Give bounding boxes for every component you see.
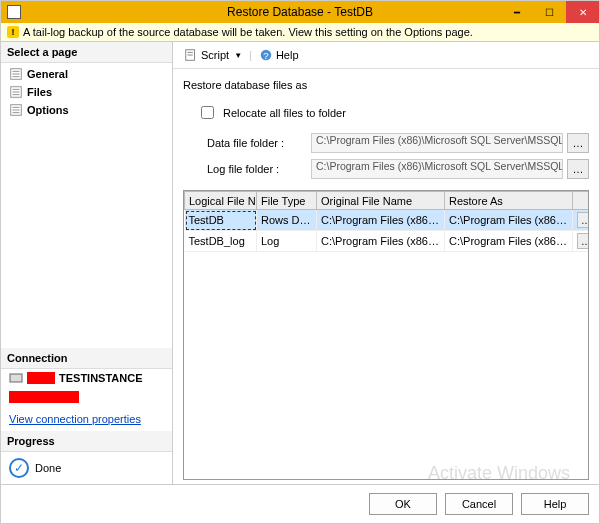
page-icon bbox=[9, 67, 23, 81]
col-type[interactable]: File Type bbox=[257, 192, 317, 210]
help-button[interactable]: ? Help bbox=[254, 45, 304, 65]
log-folder-input[interactable]: C:\Program Files (x86)\Microsoft SQL Ser… bbox=[311, 159, 563, 179]
svg-rect-12 bbox=[10, 374, 22, 382]
data-folder-input[interactable]: C:\Program Files (x86)\Microsoft SQL Ser… bbox=[311, 133, 563, 153]
row-browse-button[interactable]: … bbox=[577, 233, 589, 249]
dialog-footer: OK Cancel Help bbox=[1, 484, 599, 523]
data-folder-browse-button[interactable]: … bbox=[567, 133, 589, 153]
content-area: Select a page General Files Options bbox=[1, 42, 599, 484]
data-folder-label: Data file folder : bbox=[207, 137, 307, 149]
grid-header-row: Logical File Name File Type Original Fil… bbox=[185, 192, 590, 210]
cell-original[interactable]: C:\Program Files (x86)\Micros... bbox=[317, 231, 445, 252]
warning-icon: ! bbox=[7, 26, 19, 38]
view-connection-properties[interactable]: View connection properties bbox=[1, 407, 172, 431]
script-label: Script bbox=[201, 49, 229, 61]
col-original[interactable]: Original File Name bbox=[317, 192, 445, 210]
relocate-checkbox[interactable] bbox=[201, 106, 214, 119]
data-folder-row: Data file folder : C:\Program Files (x86… bbox=[207, 133, 589, 153]
select-page-header: Select a page bbox=[1, 42, 172, 63]
cell-restore[interactable]: C:\Program Files (x86)\Micros... bbox=[445, 210, 573, 231]
page-icon bbox=[9, 85, 23, 99]
cell-logical[interactable]: TestDB bbox=[185, 210, 257, 231]
restore-files-title: Restore database files as bbox=[183, 79, 589, 91]
grid-row[interactable]: TestDB_log Log C:\Program Files (x86)\Mi… bbox=[185, 231, 590, 252]
redacted-user bbox=[9, 391, 79, 403]
nav-general[interactable]: General bbox=[1, 65, 172, 83]
log-folder-row: Log file folder : C:\Program Files (x86)… bbox=[207, 159, 589, 179]
nav-label: Files bbox=[27, 86, 52, 98]
cell-type[interactable]: Rows Data bbox=[257, 210, 317, 231]
files-grid[interactable]: Logical File Name File Type Original Fil… bbox=[184, 191, 589, 252]
script-icon bbox=[184, 48, 198, 62]
server-icon bbox=[9, 371, 23, 385]
warning-bar: ! A tail-log backup of the source databa… bbox=[1, 23, 599, 42]
files-grid-wrapper: Logical File Name File Type Original Fil… bbox=[183, 190, 589, 480]
grid-row[interactable]: TestDB Rows Data C:\Program Files (x86)\… bbox=[185, 210, 590, 231]
svg-text:?: ? bbox=[263, 50, 268, 61]
help-label: Help bbox=[276, 49, 299, 61]
cell-restore[interactable]: C:\Program Files (x86)\Micros... bbox=[445, 231, 573, 252]
titlebar: Restore Database - TestDB ━ ☐ ✕ bbox=[1, 1, 599, 23]
help-icon: ? bbox=[259, 48, 273, 62]
col-browse bbox=[573, 192, 590, 210]
ok-button[interactable]: OK bbox=[369, 493, 437, 515]
col-logical[interactable]: Logical File Name bbox=[185, 192, 257, 210]
server-name-text: TESTINSTANCE bbox=[59, 372, 143, 384]
connection-user bbox=[1, 389, 172, 407]
relocate-label: Relocate all files to folder bbox=[223, 107, 346, 119]
close-button[interactable]: ✕ bbox=[566, 1, 599, 23]
nav-options[interactable]: Options bbox=[1, 101, 172, 119]
connection-server: TESTINSTANCE bbox=[1, 369, 172, 389]
log-folder-browse-button[interactable]: … bbox=[567, 159, 589, 179]
warning-text: A tail-log backup of the source database… bbox=[23, 26, 473, 38]
row-browse-button[interactable]: … bbox=[577, 212, 589, 228]
maximize-button[interactable]: ☐ bbox=[533, 1, 566, 23]
progress-status-text: Done bbox=[35, 462, 61, 474]
page-nav: General Files Options bbox=[1, 63, 172, 121]
cell-type[interactable]: Log bbox=[257, 231, 317, 252]
help-button-footer[interactable]: Help bbox=[521, 493, 589, 515]
cancel-button[interactable]: Cancel bbox=[445, 493, 513, 515]
right-panel: Script ▼ | ? Help Restore database files… bbox=[173, 42, 599, 484]
progress-status-row: ✓ Done bbox=[1, 452, 172, 484]
relocate-checkbox-row: Relocate all files to folder bbox=[197, 103, 589, 122]
nav-files[interactable]: Files bbox=[1, 83, 172, 101]
main-body: Restore database files as Relocate all f… bbox=[173, 69, 599, 484]
cell-original[interactable]: C:\Program Files (x86)\Micros... bbox=[317, 210, 445, 231]
window-controls: ━ ☐ ✕ bbox=[500, 1, 599, 23]
script-button[interactable]: Script ▼ bbox=[179, 45, 247, 65]
page-icon bbox=[9, 103, 23, 117]
connection-header: Connection bbox=[1, 348, 172, 369]
progress-done-icon: ✓ bbox=[9, 458, 29, 478]
left-panel: Select a page General Files Options bbox=[1, 42, 173, 484]
toolbar: Script ▼ | ? Help bbox=[173, 42, 599, 69]
nav-label: Options bbox=[27, 104, 69, 116]
redacted-prefix bbox=[27, 372, 55, 384]
col-restore[interactable]: Restore As bbox=[445, 192, 573, 210]
progress-header: Progress bbox=[1, 431, 172, 452]
log-folder-label: Log file folder : bbox=[207, 163, 307, 175]
nav-label: General bbox=[27, 68, 68, 80]
chevron-down-icon: ▼ bbox=[234, 51, 242, 60]
minimize-button[interactable]: ━ bbox=[500, 1, 533, 23]
cell-logical[interactable]: TestDB_log bbox=[185, 231, 257, 252]
